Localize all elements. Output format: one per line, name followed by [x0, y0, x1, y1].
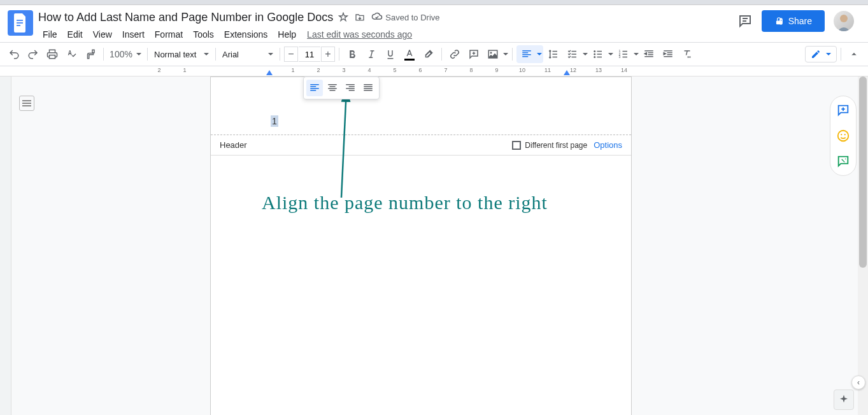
tab-scroll-arrow[interactable]: ‹ [851, 375, 865, 390]
indent-marker-right[interactable] [564, 70, 570, 75]
add-comment-side-icon[interactable] [836, 103, 851, 118]
add-comment-icon[interactable] [465, 45, 483, 63]
suggest-edits-icon[interactable] [836, 154, 851, 169]
ruler-num: 5 [393, 67, 396, 73]
underline-icon[interactable] [381, 45, 399, 63]
menu-bar: File Edit View Insert Format Tools Exten… [38, 27, 737, 42]
highlight-icon[interactable] [420, 45, 438, 63]
menu-view[interactable]: View [89, 27, 117, 42]
vertical-ruler[interactable] [0, 76, 11, 415]
ruler-num: 1 [183, 67, 186, 73]
align-center-option[interactable] [324, 80, 341, 96]
ruler-num: 4 [367, 67, 371, 73]
redo-icon[interactable] [24, 45, 42, 63]
hide-menus-icon[interactable] [845, 45, 863, 63]
outline-panel [11, 76, 42, 415]
increase-indent-icon[interactable] [659, 45, 677, 63]
header-options-dropdown[interactable]: Options [594, 140, 622, 150]
checklist-dropdown[interactable] [564, 45, 588, 63]
ruler-num: 2 [317, 67, 320, 73]
align-right-option[interactable] [342, 80, 359, 96]
share-button[interactable]: Share [762, 10, 825, 32]
svg-point-10 [594, 54, 595, 55]
spellcheck-icon[interactable] [62, 45, 80, 63]
undo-icon[interactable] [5, 45, 23, 63]
zoom-dropdown[interactable]: 100% [108, 45, 143, 63]
font-size-control: − + [284, 47, 335, 62]
ruler-num: 9 [495, 67, 498, 73]
horizontal-ruler[interactable]: 2 1 1 2 3 4 5 6 7 8 9 10 11 12 13 14 [0, 66, 868, 76]
vertical-scrollbar[interactable] [858, 76, 868, 415]
saved-status[interactable]: Saved to Drive [371, 11, 439, 23]
italic-icon[interactable] [362, 45, 380, 63]
decrease-indent-icon[interactable] [640, 45, 658, 63]
scrollbar-thumb[interactable] [859, 76, 867, 268]
emoji-reaction-icon[interactable] [836, 128, 851, 143]
font-dropdown[interactable]: Arial [220, 45, 276, 63]
insert-link-icon[interactable] [446, 45, 464, 63]
page-number[interactable]: 1 [271, 115, 278, 127]
toolbar: 100% Normal text Arial − + 123 [0, 42, 868, 66]
different-first-label: Different first page [525, 141, 587, 150]
align-justify-option[interactable] [360, 80, 376, 96]
indent-marker-left[interactable] [266, 70, 273, 75]
svg-point-9 [594, 50, 595, 52]
menu-edit[interactable]: Edit [63, 27, 87, 42]
menu-tools[interactable]: Tools [189, 27, 218, 42]
ruler-num: 7 [444, 67, 447, 73]
annotation-text: Align the page number to the right [262, 192, 548, 214]
star-icon[interactable] [338, 12, 348, 22]
bulleted-list-dropdown[interactable] [589, 45, 613, 63]
insert-image-icon [484, 45, 502, 63]
numbered-list-dropdown[interactable]: 123 [615, 45, 639, 63]
menu-file[interactable]: File [38, 27, 62, 42]
menu-extensions[interactable]: Extensions [220, 27, 272, 42]
svg-point-11 [594, 56, 595, 58]
insert-image-dropdown[interactable] [484, 45, 508, 63]
font-size-increase[interactable]: + [321, 47, 335, 62]
zoom-value: 100% [110, 49, 132, 59]
saved-status-text: Saved to Drive [385, 13, 439, 22]
text-color-icon[interactable] [401, 45, 418, 63]
line-spacing-dropdown[interactable] [544, 45, 562, 63]
checkbox-icon [512, 141, 521, 150]
svg-point-17 [841, 134, 842, 135]
move-icon[interactable] [355, 12, 365, 22]
explore-button[interactable] [834, 390, 854, 410]
svg-rect-5 [776, 20, 781, 24]
header-zone[interactable]: 1 [211, 77, 631, 135]
styles-dropdown[interactable]: Normal text [152, 45, 211, 63]
ruler-num: 11 [544, 67, 551, 73]
align-left-option[interactable] [306, 80, 323, 96]
menu-format[interactable]: Format [150, 27, 187, 42]
svg-point-6 [840, 15, 848, 22]
browser-chrome [0, 0, 868, 5]
last-edit-link[interactable]: Last edit was seconds ago [307, 29, 412, 40]
bulleted-list-icon [589, 45, 607, 63]
paint-format-icon[interactable] [82, 45, 99, 63]
clear-formatting-icon[interactable] [678, 45, 696, 63]
font-size-decrease[interactable]: − [284, 47, 298, 62]
checklist-icon [564, 45, 581, 63]
document-page[interactable]: 1 Header Different first page Options Al… [210, 76, 632, 415]
options-label: Options [594, 140, 622, 150]
user-avatar[interactable] [834, 11, 854, 31]
align-dropdown[interactable] [516, 45, 543, 63]
ruler-num: 12 [570, 67, 576, 73]
align-popup [303, 76, 380, 99]
ruler-num: 1 [291, 67, 294, 73]
print-icon[interactable] [43, 45, 61, 63]
comment-history-icon[interactable] [737, 13, 753, 29]
header-toolbar: Header Different first page Options [211, 135, 631, 156]
editing-mode-dropdown[interactable] [805, 46, 837, 62]
outline-toggle-icon[interactable] [19, 96, 34, 111]
document-title[interactable]: How to Add Last Name and Page Number in … [38, 11, 333, 24]
ruler-num: 10 [519, 67, 525, 73]
font-size-input[interactable] [299, 47, 320, 62]
docs-logo-icon[interactable] [8, 10, 33, 36]
ruler-num: 3 [342, 67, 345, 73]
menu-insert[interactable]: Insert [118, 27, 149, 42]
bold-icon[interactable] [343, 45, 361, 63]
different-first-page-checkbox[interactable]: Different first page [512, 141, 587, 150]
menu-help[interactable]: Help [273, 27, 301, 42]
